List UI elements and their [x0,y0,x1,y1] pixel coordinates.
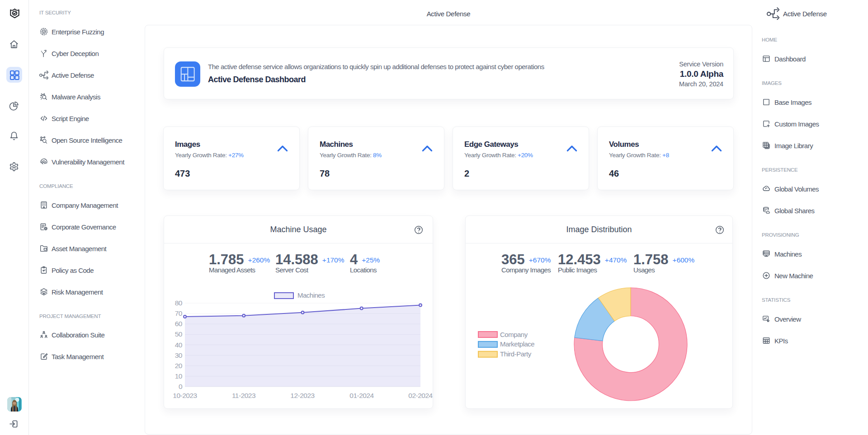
svg-text:80: 80 [175,299,183,307]
svg-text:01-2024: 01-2024 [349,392,374,399]
svg-text:12-2023: 12-2023 [290,392,314,399]
svg-text:20: 20 [175,362,183,370]
svg-text:70: 70 [175,309,183,317]
svg-text:10-2023: 10-2023 [173,392,197,399]
svg-text:Company: Company [500,331,528,338]
svg-text:50: 50 [175,330,183,338]
svg-text:60: 60 [175,320,183,327]
svg-text:10: 10 [175,372,183,380]
svg-text:Marketplace: Marketplace [500,340,534,348]
svg-text:30: 30 [175,351,183,359]
svg-text:Machines: Machines [297,291,325,299]
svg-text:Third-Party: Third-Party [500,350,532,358]
svg-text:02-2024: 02-2024 [408,392,433,399]
svg-text:11-2023: 11-2023 [232,392,255,399]
svg-text:40: 40 [175,341,183,349]
svg-text:0: 0 [179,383,183,390]
